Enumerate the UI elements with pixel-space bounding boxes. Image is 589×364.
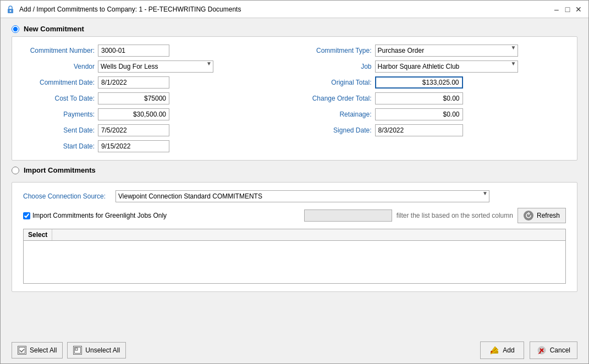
- vendor-select[interactable]: Wells Dug For Less: [98, 60, 213, 73]
- commitment-type-select-wrapper: Purchase Order ▼: [375, 45, 518, 57]
- bottom-bar: Select All Unselect All: [1, 337, 588, 363]
- filter-row: Import Commitments for Greenlight Jobs O…: [23, 207, 566, 224]
- commitment-date-input[interactable]: [98, 76, 169, 89]
- filter-input[interactable]: [304, 209, 392, 222]
- filter-hint: filter the list based on the sorted colu…: [397, 212, 513, 219]
- svg-point-1: [10, 10, 12, 12]
- refresh-icon: [524, 211, 533, 220]
- minimize-button[interactable]: –: [552, 5, 561, 14]
- new-commitment-form: Commitment Number: 3000-01 Vendor Wells …: [23, 45, 566, 152]
- job-label: Job: [300, 63, 372, 70]
- window-content: New Commitment Commitment Number: 3000-0…: [1, 18, 588, 337]
- change-order-total-label: Change Order Total:: [300, 95, 372, 102]
- original-total-row: Original Total:: [300, 76, 566, 89]
- change-order-total-input[interactable]: [375, 92, 463, 104]
- new-commitment-header: New Commitment: [12, 25, 577, 33]
- connection-source-row: Choose Connection Source: Viewpoint Conn…: [23, 190, 566, 202]
- import-commitments-section: Import Commitments Choose Connection Sou…: [12, 166, 577, 292]
- cost-to-date-row: Cost To Date:: [23, 92, 289, 104]
- connection-source-label: Choose Connection Source:: [23, 192, 111, 200]
- left-column: Commitment Number: 3000-01 Vendor Wells …: [23, 45, 289, 152]
- retainage-label: Retainage:: [300, 111, 372, 118]
- payments-label: Payments:: [23, 111, 95, 118]
- close-button[interactable]: ✕: [574, 5, 583, 14]
- greenlight-label-text: Import Commitments for Greenlight Jobs O…: [32, 212, 167, 219]
- select-all-button[interactable]: Select All: [12, 342, 63, 359]
- signed-date-label: Signed Date:: [300, 126, 372, 134]
- new-commitment-section: New Commitment Commitment Number: 3000-0…: [12, 25, 577, 161]
- select-all-icon: [18, 346, 26, 355]
- cancel-icon: [537, 345, 547, 355]
- add-pencil-icon: [489, 345, 499, 355]
- import-commitments-box: Choose Connection Source: Viewpoint Conn…: [12, 182, 577, 292]
- right-column: Commitment Type: Purchase Order ▼ Job: [300, 45, 566, 152]
- unselect-all-button[interactable]: Unselect All: [67, 342, 126, 359]
- title-bar: Add / Import Commitments to Company: 1 -…: [1, 1, 588, 18]
- list-header: Select: [24, 229, 565, 241]
- commitment-number-row: Commitment Number: 3000-01: [23, 45, 289, 57]
- commitments-list[interactable]: Select: [23, 229, 566, 284]
- new-commitment-label: New Commitment: [24, 25, 84, 33]
- new-commitment-box: Commitment Number: 3000-01 Vendor Wells …: [12, 36, 577, 161]
- commitment-date-label: Commitment Date:: [23, 79, 95, 86]
- import-commitments-label: Import Commitments: [24, 166, 96, 174]
- select-column-header: Select: [24, 229, 52, 240]
- job-select[interactable]: Harbor Square Athletic Club: [375, 60, 518, 73]
- retainage-row: Retainage:: [300, 108, 566, 120]
- commitment-number-input[interactable]: 3000-01: [98, 45, 169, 57]
- vendor-label: Vendor: [23, 63, 95, 70]
- commitment-type-label: Commitment Type:: [300, 47, 372, 54]
- commitment-number-label: Commitment Number:: [23, 47, 95, 54]
- payments-row: Payments:: [23, 108, 289, 120]
- vendor-select-wrapper: Wells Dug For Less ▼: [98, 60, 213, 73]
- select-all-label: Select All: [30, 346, 57, 354]
- greenlight-checkbox-label[interactable]: Import Commitments for Greenlight Jobs O…: [23, 212, 167, 219]
- signed-date-row: Signed Date:: [300, 124, 566, 136]
- retainage-input[interactable]: [375, 108, 463, 120]
- svg-rect-4: [75, 348, 78, 350]
- commitment-type-select[interactable]: Purchase Order: [375, 45, 518, 57]
- window-title: Add / Import Commitments to Company: 1 -…: [19, 5, 548, 13]
- connection-source-select-wrapper: Viewpoint Connection Standard COMMITMENT…: [115, 190, 489, 202]
- change-order-total-row: Change Order Total:: [300, 92, 566, 104]
- start-date-label: Start Date:: [23, 142, 95, 150]
- unselect-all-icon: [73, 346, 82, 355]
- payments-input[interactable]: [98, 108, 169, 120]
- window-icon: [6, 5, 15, 14]
- original-total-input[interactable]: [375, 76, 463, 89]
- signed-date-input[interactable]: [375, 124, 463, 136]
- job-row: Job Harbor Square Athletic Club ▼: [300, 60, 566, 73]
- bottom-left-buttons: Select All Unselect All: [12, 342, 126, 359]
- sent-date-input[interactable]: [98, 124, 169, 136]
- vendor-row: Vendor Wells Dug For Less ▼: [23, 60, 289, 73]
- add-button[interactable]: Add: [480, 341, 524, 359]
- window-controls: – □ ✕: [552, 5, 583, 14]
- cost-to-date-label: Cost To Date:: [23, 95, 95, 102]
- commitment-date-row: Commitment Date:: [23, 76, 289, 89]
- refresh-button[interactable]: Refresh: [518, 208, 566, 223]
- sent-date-label: Sent Date:: [23, 126, 95, 134]
- original-total-label: Original Total:: [300, 79, 372, 86]
- greenlight-checkbox[interactable]: [23, 212, 30, 219]
- cost-to-date-input[interactable]: [98, 92, 169, 104]
- job-select-wrapper: Harbor Square Athletic Club ▼: [375, 60, 518, 73]
- cancel-button[interactable]: Cancel: [530, 341, 577, 359]
- commitment-type-row: Commitment Type: Purchase Order ▼: [300, 45, 566, 57]
- main-window: Add / Import Commitments to Company: 1 -…: [0, 0, 589, 364]
- connection-source-select[interactable]: Viewpoint Connection Standard COMMITMENT…: [115, 190, 489, 202]
- start-date-row: Start Date:: [23, 140, 289, 152]
- cancel-label: Cancel: [550, 346, 570, 354]
- unselect-all-label: Unselect All: [85, 346, 120, 354]
- add-label: Add: [503, 346, 514, 354]
- new-commitment-radio[interactable]: [12, 25, 19, 33]
- start-date-input[interactable]: [98, 140, 169, 152]
- import-commitments-header: Import Commitments: [12, 166, 577, 174]
- import-commitments-radio[interactable]: [12, 167, 19, 174]
- bottom-right-buttons: Add Cancel: [480, 341, 577, 359]
- maximize-button[interactable]: □: [563, 5, 572, 14]
- refresh-label: Refresh: [537, 212, 560, 219]
- sent-date-row: Sent Date:: [23, 124, 289, 136]
